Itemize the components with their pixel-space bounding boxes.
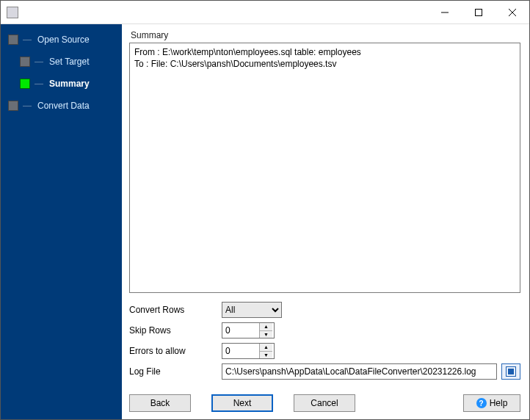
row-skip-rows: Skip Rows ▲ ▼ bbox=[129, 322, 520, 338]
row-convert-rows: Convert Rows All bbox=[129, 302, 520, 318]
help-button[interactable]: ? Help bbox=[463, 394, 520, 412]
back-button-label: Back bbox=[150, 398, 170, 408]
minimize-icon bbox=[441, 9, 449, 16]
minimize-button[interactable] bbox=[428, 1, 462, 24]
skip-rows-decrement[interactable]: ▼ bbox=[260, 331, 272, 338]
errors-allow-spinner: ▲ ▼ bbox=[222, 343, 275, 359]
cancel-button-label: Cancel bbox=[311, 398, 338, 408]
chevron-down-icon: ▼ bbox=[264, 332, 269, 337]
main-panel: Summary From : E:\work\temp\nton\employe… bbox=[122, 24, 529, 419]
log-file-input[interactable] bbox=[222, 363, 497, 380]
skip-rows-input[interactable] bbox=[222, 323, 259, 338]
convert-rows-select[interactable]: All bbox=[222, 302, 282, 318]
row-errors-allow: Errors to allow ▲ ▼ bbox=[129, 343, 520, 359]
sidebar-item-label: Summary bbox=[49, 79, 90, 89]
next-button-label: Next bbox=[233, 398, 252, 408]
sidebar-item-set-target[interactable]: Set Target bbox=[1, 54, 122, 70]
step-dot-icon bbox=[20, 57, 30, 67]
next-button[interactable]: Next bbox=[211, 394, 273, 412]
close-button[interactable] bbox=[495, 1, 529, 24]
step-connector-icon bbox=[23, 106, 32, 106]
sidebar-item-label: Set Target bbox=[49, 57, 89, 67]
skip-rows-spinner: ▲ ▼ bbox=[222, 322, 275, 338]
wizard-buttons: Back Next Cancel ? Help bbox=[129, 394, 520, 412]
step-connector-icon bbox=[23, 40, 32, 40]
svg-rect-5 bbox=[508, 369, 514, 374]
sidebar-item-open-source[interactable]: Open Source bbox=[1, 32, 122, 48]
step-dot-icon bbox=[8, 35, 18, 45]
sidebar-item-summary[interactable]: Summary bbox=[1, 76, 122, 92]
sidebar-item-label: Open Source bbox=[37, 35, 90, 45]
step-connector-icon bbox=[35, 84, 43, 84]
maximize-icon bbox=[475, 9, 482, 16]
chevron-up-icon: ▲ bbox=[264, 324, 269, 329]
label-log-file: Log File bbox=[129, 366, 222, 377]
page-title: Summary bbox=[131, 30, 520, 40]
sidebar-item-label: Convert Data bbox=[37, 101, 90, 111]
step-dot-icon bbox=[20, 79, 30, 89]
svg-rect-1 bbox=[476, 9, 482, 15]
row-log-file: Log File bbox=[129, 363, 520, 380]
options-form: Convert Rows All Skip Rows ▲ ▼ Errors to… bbox=[129, 302, 520, 384]
help-button-label: Help bbox=[490, 398, 508, 408]
chevron-up-icon: ▲ bbox=[264, 344, 269, 350]
errors-allow-input[interactable] bbox=[222, 344, 259, 358]
window-controls bbox=[428, 1, 529, 24]
label-errors-allow: Errors to allow bbox=[129, 346, 222, 356]
cancel-button[interactable]: Cancel bbox=[294, 394, 355, 412]
browse-log-file-button[interactable] bbox=[501, 363, 520, 380]
errors-allow-increment[interactable]: ▲ bbox=[260, 344, 272, 352]
errors-allow-decrement[interactable]: ▼ bbox=[260, 352, 272, 359]
skip-rows-increment[interactable]: ▲ bbox=[260, 323, 272, 331]
summary-textarea[interactable]: From : E:\work\temp\nton\employees.sql t… bbox=[129, 43, 520, 293]
maximize-button[interactable] bbox=[462, 1, 495, 24]
help-icon: ? bbox=[476, 398, 487, 408]
label-skip-rows: Skip Rows bbox=[129, 325, 222, 336]
app-icon bbox=[7, 7, 18, 18]
wizard-sidebar: Open Source Set Target Summary Convert D… bbox=[1, 24, 122, 419]
step-dot-icon bbox=[8, 101, 18, 111]
step-connector-icon bbox=[35, 62, 43, 62]
back-button[interactable]: Back bbox=[129, 394, 191, 412]
chevron-down-icon: ▼ bbox=[264, 352, 269, 358]
label-convert-rows: Convert Rows bbox=[129, 305, 222, 315]
sidebar-item-convert-data[interactable]: Convert Data bbox=[1, 98, 122, 114]
close-icon bbox=[509, 9, 516, 16]
browse-icon bbox=[506, 366, 516, 377]
content-area: Open Source Set Target Summary Convert D… bbox=[1, 24, 529, 419]
titlebar bbox=[1, 1, 529, 24]
